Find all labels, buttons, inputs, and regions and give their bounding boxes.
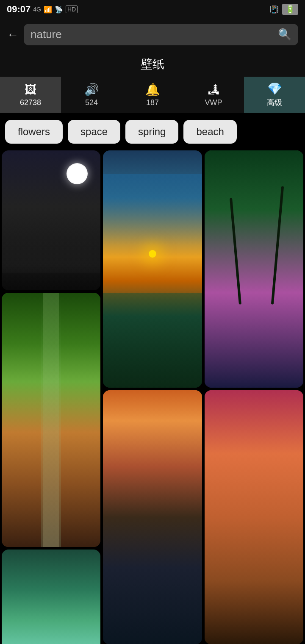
wallpaper-forest[interactable]: [2, 293, 100, 547]
search-input[interactable]: nature: [30, 28, 274, 41]
hd-badge: HD: [66, 6, 78, 13]
wallpaper-moon[interactable]: [2, 150, 100, 290]
wifi-icon: 📡: [55, 6, 63, 14]
time-display: 09:07: [7, 4, 30, 15]
search-input-wrap[interactable]: nature 🔍: [24, 24, 298, 45]
audio-tab-label: 524: [85, 98, 98, 107]
wallpaper-sunset-sea[interactable]: [103, 150, 202, 388]
filter-tag-beach[interactable]: beach: [183, 120, 236, 144]
status-right-icons: 📳 🔋: [269, 4, 298, 15]
wallpaper-tab-icon: 🖼: [25, 83, 36, 97]
grid-col-2: [103, 150, 202, 644]
advanced-tab-label: 高级: [267, 97, 282, 108]
search-bar-row: ← nature 🔍: [0, 19, 305, 50]
wallpaper-tab-label: 62738: [20, 98, 41, 107]
filter-tag-flowers[interactable]: flowers: [5, 120, 63, 144]
tab-advanced[interactable]: 💎 高级: [244, 77, 305, 113]
network-indicator: 4G: [33, 6, 41, 13]
back-button[interactable]: ←: [7, 28, 19, 42]
notification-tab-icon: 🔔: [145, 83, 160, 97]
advanced-tab-icon: 💎: [267, 82, 282, 96]
wallpaper-lighthouse[interactable]: [103, 390, 202, 644]
audio-tab-icon: 🔊: [84, 83, 99, 97]
battery-icon: 🔋: [282, 4, 298, 15]
grid-col-1: [2, 150, 100, 644]
tab-wallpaper[interactable]: 🖼 62738: [0, 77, 61, 113]
notification-tab-label: 187: [146, 98, 159, 107]
wallpaper-palm[interactable]: [205, 150, 303, 388]
vwp-tab-icon: 🏞: [208, 83, 219, 97]
grid-col-3: [205, 150, 303, 644]
status-bar: 09:07 4G 📶 📡 HD 📳 🔋: [0, 0, 305, 19]
status-time: 09:07 4G 📶 📡 HD: [7, 4, 78, 15]
tab-audio[interactable]: 🔊 524: [61, 77, 122, 113]
filter-tags-row: flowers space spring beach: [0, 113, 305, 150]
wallpaper-villa[interactable]: [205, 390, 303, 644]
search-icon[interactable]: 🔍: [278, 28, 291, 41]
page-title: 壁纸: [0, 50, 305, 77]
vibrate-icon: 📳: [269, 5, 279, 14]
vwp-tab-label: VWP: [205, 98, 222, 107]
tab-notification[interactable]: 🔔 187: [122, 77, 183, 113]
tab-bar: 🖼 62738 🔊 524 🔔 187 🏞 VWP 💎 高级: [0, 77, 305, 113]
tab-vwp[interactable]: 🏞 VWP: [183, 77, 244, 113]
signal-icon: 📶: [44, 6, 52, 14]
filter-tag-spring[interactable]: spring: [125, 120, 178, 144]
wallpaper-grid: [0, 150, 305, 644]
filter-tag-space[interactable]: space: [68, 120, 120, 144]
wallpaper-ocean-green[interactable]: [2, 550, 100, 644]
